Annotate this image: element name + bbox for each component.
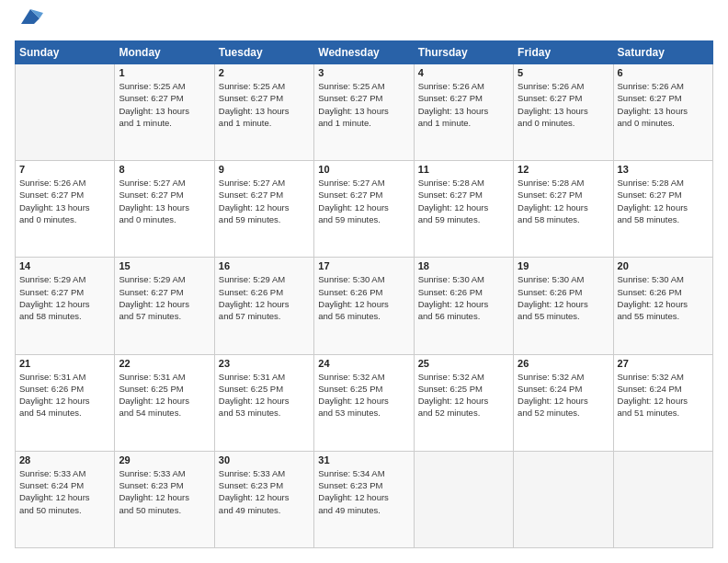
weekday-header-friday: Friday (514, 41, 613, 64)
day-detail: Sunrise: 5:31 AM Sunset: 6:26 PM Dayligh… (19, 371, 110, 419)
weekday-header-monday: Monday (115, 41, 214, 64)
calendar-cell: 18Sunrise: 5:30 AM Sunset: 6:26 PM Dayli… (414, 258, 513, 354)
calendar-cell: 17Sunrise: 5:30 AM Sunset: 6:26 PM Dayli… (314, 258, 414, 354)
day-number: 3 (318, 67, 409, 78)
day-number: 10 (318, 164, 409, 175)
day-detail: Sunrise: 5:34 AM Sunset: 6:23 PM Dayligh… (318, 467, 409, 516)
day-number: 5 (518, 67, 609, 78)
calendar-cell: 21Sunrise: 5:31 AM Sunset: 6:26 PM Dayli… (16, 354, 115, 451)
calendar-cell: 19Sunrise: 5:30 AM Sunset: 6:26 PM Dayli… (514, 258, 613, 354)
day-number: 26 (518, 358, 609, 369)
calendar-cell: 5Sunrise: 5:26 AM Sunset: 6:27 PM Daylig… (514, 64, 613, 161)
calendar-cell: 22Sunrise: 5:31 AM Sunset: 6:25 PM Dayli… (115, 354, 214, 451)
weekday-header-row: SundayMondayTuesdayWednesdayThursdayFrid… (16, 41, 713, 64)
weekday-header-sunday: Sunday (16, 41, 115, 64)
calendar-cell: 31Sunrise: 5:34 AM Sunset: 6:23 PM Dayli… (314, 451, 414, 547)
calendar-cell: 14Sunrise: 5:29 AM Sunset: 6:27 PM Dayli… (16, 258, 115, 354)
day-detail: Sunrise: 5:32 AM Sunset: 6:25 PM Dayligh… (418, 371, 509, 419)
calendar-cell: 11Sunrise: 5:28 AM Sunset: 6:27 PM Dayli… (414, 161, 513, 258)
calendar-cell: 30Sunrise: 5:33 AM Sunset: 6:23 PM Dayli… (214, 451, 313, 547)
day-detail: Sunrise: 5:31 AM Sunset: 6:25 PM Dayligh… (219, 371, 310, 419)
calendar-cell: 13Sunrise: 5:28 AM Sunset: 6:27 PM Dayli… (613, 161, 712, 258)
calendar-cell: 8Sunrise: 5:27 AM Sunset: 6:27 PM Daylig… (115, 161, 214, 258)
calendar-cell: 9Sunrise: 5:27 AM Sunset: 6:27 PM Daylig… (214, 161, 313, 258)
day-number: 12 (518, 164, 609, 175)
day-number: 4 (418, 67, 509, 78)
day-number: 18 (418, 260, 509, 271)
calendar-cell: 4Sunrise: 5:26 AM Sunset: 6:27 PM Daylig… (414, 64, 513, 161)
calendar-cell: 24Sunrise: 5:32 AM Sunset: 6:25 PM Dayli… (314, 354, 414, 451)
calendar-cell: 2Sunrise: 5:25 AM Sunset: 6:27 PM Daylig… (214, 64, 313, 161)
day-detail: Sunrise: 5:33 AM Sunset: 6:23 PM Dayligh… (219, 467, 310, 516)
day-number: 20 (618, 260, 709, 271)
day-detail: Sunrise: 5:25 AM Sunset: 6:27 PM Dayligh… (119, 80, 210, 129)
day-number: 9 (219, 164, 310, 175)
day-detail: Sunrise: 5:28 AM Sunset: 6:27 PM Dayligh… (418, 177, 509, 225)
day-detail: Sunrise: 5:27 AM Sunset: 6:27 PM Dayligh… (318, 177, 409, 225)
calendar-cell: 23Sunrise: 5:31 AM Sunset: 6:25 PM Dayli… (214, 354, 313, 451)
day-number: 31 (318, 454, 409, 465)
calendar-cell: 16Sunrise: 5:29 AM Sunset: 6:26 PM Dayli… (214, 258, 313, 354)
calendar-cell: 15Sunrise: 5:29 AM Sunset: 6:27 PM Dayli… (115, 258, 214, 354)
calendar-cell (514, 451, 613, 547)
calendar-cell: 27Sunrise: 5:32 AM Sunset: 6:24 PM Dayli… (613, 354, 712, 451)
page: SundayMondayTuesdayWednesdayThursdayFrid… (0, 0, 728, 563)
day-detail: Sunrise: 5:26 AM Sunset: 6:27 PM Dayligh… (618, 80, 709, 129)
week-row-4: 21Sunrise: 5:31 AM Sunset: 6:26 PM Dayli… (16, 354, 713, 451)
day-detail: Sunrise: 5:32 AM Sunset: 6:25 PM Dayligh… (318, 371, 409, 419)
day-number: 17 (318, 260, 409, 271)
day-number: 6 (618, 67, 709, 78)
day-detail: Sunrise: 5:30 AM Sunset: 6:26 PM Dayligh… (418, 273, 509, 322)
day-detail: Sunrise: 5:26 AM Sunset: 6:27 PM Dayligh… (518, 80, 609, 129)
calendar-cell: 25Sunrise: 5:32 AM Sunset: 6:25 PM Dayli… (414, 354, 513, 451)
calendar-cell (16, 64, 115, 161)
calendar-cell (613, 451, 712, 547)
day-detail: Sunrise: 5:30 AM Sunset: 6:26 PM Dayligh… (318, 273, 409, 322)
day-detail: Sunrise: 5:29 AM Sunset: 6:27 PM Dayligh… (119, 273, 210, 322)
day-number: 24 (318, 358, 409, 369)
header (15, 15, 713, 31)
calendar-cell: 28Sunrise: 5:33 AM Sunset: 6:24 PM Dayli… (16, 451, 115, 547)
calendar-cell: 12Sunrise: 5:28 AM Sunset: 6:27 PM Dayli… (514, 161, 613, 258)
calendar-cell: 3Sunrise: 5:25 AM Sunset: 6:27 PM Daylig… (314, 64, 414, 161)
calendar-cell: 29Sunrise: 5:33 AM Sunset: 6:23 PM Dayli… (115, 451, 214, 547)
week-row-1: 1Sunrise: 5:25 AM Sunset: 6:27 PM Daylig… (16, 64, 713, 161)
calendar-cell (414, 451, 513, 547)
day-number: 22 (119, 358, 210, 369)
day-detail: Sunrise: 5:33 AM Sunset: 6:23 PM Dayligh… (119, 467, 210, 516)
day-detail: Sunrise: 5:25 AM Sunset: 6:27 PM Dayligh… (219, 80, 310, 129)
calendar-cell: 7Sunrise: 5:26 AM Sunset: 6:27 PM Daylig… (16, 161, 115, 258)
calendar-table: SundayMondayTuesdayWednesdayThursdayFrid… (15, 40, 713, 548)
day-detail: Sunrise: 5:26 AM Sunset: 6:27 PM Dayligh… (418, 80, 509, 129)
day-detail: Sunrise: 5:28 AM Sunset: 6:27 PM Dayligh… (618, 177, 709, 225)
day-detail: Sunrise: 5:32 AM Sunset: 6:24 PM Dayligh… (618, 371, 709, 419)
day-number: 23 (219, 358, 310, 369)
day-detail: Sunrise: 5:33 AM Sunset: 6:24 PM Dayligh… (19, 467, 110, 516)
day-number: 8 (119, 164, 210, 175)
day-number: 27 (618, 358, 709, 369)
weekday-header-wednesday: Wednesday (314, 41, 414, 64)
day-number: 1 (119, 67, 210, 78)
day-detail: Sunrise: 5:30 AM Sunset: 6:26 PM Dayligh… (518, 273, 609, 322)
day-number: 21 (19, 358, 110, 369)
day-detail: Sunrise: 5:25 AM Sunset: 6:27 PM Dayligh… (318, 80, 409, 129)
day-number: 14 (19, 260, 110, 271)
calendar-cell: 20Sunrise: 5:30 AM Sunset: 6:26 PM Dayli… (613, 258, 712, 354)
day-number: 30 (219, 454, 310, 465)
day-detail: Sunrise: 5:31 AM Sunset: 6:25 PM Dayligh… (119, 371, 210, 419)
day-number: 13 (618, 164, 709, 175)
day-number: 11 (418, 164, 509, 175)
day-number: 2 (219, 67, 310, 78)
day-detail: Sunrise: 5:26 AM Sunset: 6:27 PM Dayligh… (19, 177, 110, 225)
week-row-3: 14Sunrise: 5:29 AM Sunset: 6:27 PM Dayli… (16, 258, 713, 354)
calendar-cell: 6Sunrise: 5:26 AM Sunset: 6:27 PM Daylig… (613, 64, 712, 161)
day-number: 25 (418, 358, 509, 369)
calendar-cell: 10Sunrise: 5:27 AM Sunset: 6:27 PM Dayli… (314, 161, 414, 258)
day-detail: Sunrise: 5:30 AM Sunset: 6:26 PM Dayligh… (618, 273, 709, 322)
week-row-2: 7Sunrise: 5:26 AM Sunset: 6:27 PM Daylig… (16, 161, 713, 258)
day-detail: Sunrise: 5:29 AM Sunset: 6:27 PM Dayligh… (19, 273, 110, 322)
weekday-header-thursday: Thursday (414, 41, 513, 64)
day-number: 15 (119, 260, 210, 271)
week-row-5: 28Sunrise: 5:33 AM Sunset: 6:24 PM Dayli… (16, 451, 713, 547)
day-detail: Sunrise: 5:28 AM Sunset: 6:27 PM Dayligh… (518, 177, 609, 225)
